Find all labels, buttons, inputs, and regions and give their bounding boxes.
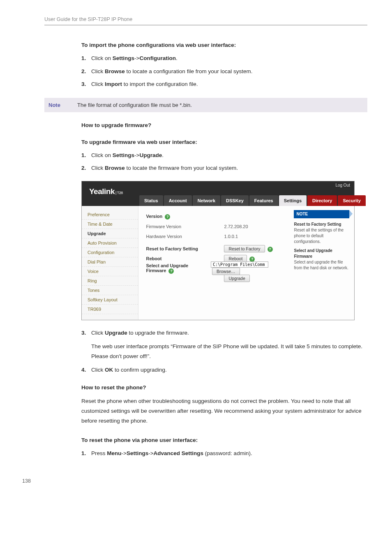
section2-title: To upgrade firmware via web user interfa… — [81, 139, 367, 145]
hardware-version-label: Hardware Version — [146, 234, 220, 239]
list-item: 3.Click Upgrade to upgrade the firmware. — [81, 328, 367, 338]
note-text: The file format of configuration file mu… — [77, 102, 192, 108]
note-panel: NOTE Reset to Factory Setting Reset all … — [289, 206, 354, 320]
note-panel-header: NOTE — [294, 210, 349, 218]
sidebar: Preference Time & Date Upgrade Auto Prov… — [82, 206, 138, 320]
note-reset-title: Reset to Factory Setting — [294, 222, 349, 227]
firmware-version-value: 2.72.208.20 — [224, 224, 248, 229]
browse-button[interactable]: Browse… — [212, 268, 240, 275]
tab-dsskey[interactable]: DSSKey — [221, 195, 249, 206]
sidebar-item-timedate[interactable]: Time & Date — [82, 220, 138, 229]
help-icon[interactable]: ? — [249, 257, 255, 262]
sidebar-item-upgrade[interactable]: Upgrade — [82, 229, 138, 238]
step3-extra-text: The web user interface prompts “Firmware… — [91, 342, 367, 362]
sidebar-item-autoprovision[interactable]: Auto Provision — [82, 238, 138, 248]
steps4: 4.Click OK to confirm upgrading. — [81, 365, 367, 375]
step-num: 1. — [81, 54, 91, 63]
tab-directory[interactable]: Directory — [307, 195, 337, 206]
step-num: 3. — [81, 328, 91, 338]
page-header: User Guide for the SIP-T28P IP Phone — [44, 16, 367, 25]
help-icon[interactable]: ? — [165, 214, 170, 220]
step-num: 2. — [81, 164, 91, 173]
step-num: 1. — [81, 151, 91, 160]
sidebar-item-tones[interactable]: Tones — [82, 286, 138, 295]
help-icon[interactable]: ? — [168, 268, 174, 274]
list-item: 2.Click Browse to locate the firmware fr… — [81, 164, 367, 173]
sidebar-item-preference[interactable]: Preference — [82, 210, 138, 220]
step-num: 2. — [81, 67, 91, 76]
note-reset-text: Reset all the settings of the phone to d… — [294, 227, 349, 245]
logout-link[interactable]: Log Out — [335, 183, 350, 187]
list-item: 4.Click OK to confirm upgrading. — [81, 365, 367, 375]
note-upgrade-title: Select and Upgrade Firmware — [294, 248, 349, 259]
sidebar-item-softkeylayout[interactable]: Softkey Layout — [82, 295, 138, 305]
hardware-version-value: 1.0.0.1 — [224, 234, 238, 239]
tab-network[interactable]: Network — [193, 195, 220, 206]
tab-features[interactable]: Features — [249, 195, 278, 206]
version-label: Version? — [146, 214, 220, 220]
tab-account[interactable]: Account — [164, 195, 192, 206]
steps2: 1.Click on Settings->Upgrade. 2.Click Br… — [81, 151, 367, 173]
steps5: 1.Press Menu->Settings->Advanced Setting… — [81, 449, 367, 458]
list-item: 1.Click on Settings->Upgrade. — [81, 151, 367, 160]
reboot-button[interactable]: Reboot — [224, 255, 247, 262]
reset-label: Reset to Factory Setting — [146, 246, 220, 251]
firmware-version-label: Firmware Version — [146, 224, 220, 229]
step-num: 1. — [81, 449, 91, 458]
web-ui-screenshot: Yealink| T28 Log Out Status Account Netw… — [81, 181, 355, 320]
steps1: 1.Click on Settings->Configuration. 2.Cl… — [81, 54, 367, 89]
note-box: Note The file format of configuration fi… — [44, 98, 367, 112]
question-reset: How to reset the phone? — [81, 384, 367, 391]
list-item: 1.Click on Settings->Configuration. — [81, 54, 367, 63]
brand-logo: Yealink| T28 — [89, 187, 123, 196]
note-label: Note — [48, 102, 77, 108]
list-item: 2.Click Browse to locate a configuration… — [81, 67, 367, 76]
question-upgrade: How to upgrade firmware? — [81, 122, 367, 128]
sidebar-item-configuration[interactable]: Configuration — [82, 248, 138, 257]
section3-title: To reset the phone via phone user interf… — [81, 437, 367, 443]
main-panel: Version? Firmware Version2.72.208.20 Har… — [138, 206, 289, 320]
tab-settings[interactable]: Settings — [279, 195, 307, 206]
reset-to-factory-button[interactable]: Reset to Factory — [224, 245, 265, 252]
tab-status[interactable]: Status — [139, 195, 163, 206]
sidebar-item-voice[interactable]: Voice — [82, 267, 138, 276]
step-num: 3. — [81, 80, 91, 89]
reset-paragraph: Reset the phone when other troubleshooti… — [81, 396, 367, 426]
step-num: 4. — [81, 365, 91, 375]
steps3: 3.Click Upgrade to upgrade the firmware. — [81, 328, 367, 338]
list-item: 3.Click Import to import the configurati… — [81, 80, 367, 89]
tab-security[interactable]: Security — [338, 195, 365, 206]
sidebar-item-tr069[interactable]: TR069 — [82, 305, 138, 314]
upgrade-button[interactable]: Upgrade — [224, 275, 249, 282]
upgrade-fw-label: Select and Upgrade Firmware? — [146, 263, 207, 274]
help-icon[interactable]: ? — [267, 247, 273, 252]
firmware-file-input[interactable] — [211, 261, 268, 268]
sidebar-item-ring[interactable]: Ring — [82, 276, 138, 286]
note-upgrade-text: Select and upgrade the file from the har… — [294, 259, 349, 271]
page-number: 138 — [22, 478, 367, 484]
section1-title: To import the phone configurations via w… — [81, 42, 367, 48]
reboot-label: Reboot — [146, 256, 220, 261]
sidebar-item-dialplan[interactable]: Dial Plan — [82, 257, 138, 267]
list-item: 1.Press Menu->Settings->Advanced Setting… — [81, 449, 367, 458]
